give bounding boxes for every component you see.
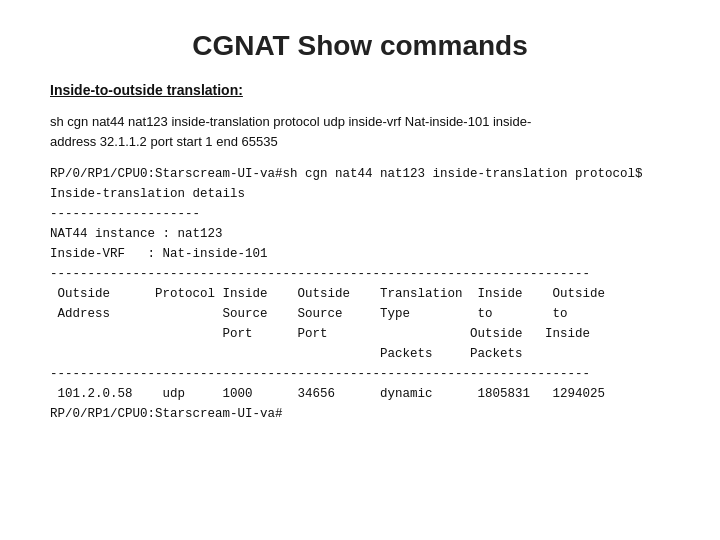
- command-description: sh cgn nat44 nat123 inside-translation p…: [50, 112, 670, 152]
- page-title: CGNAT Show commands: [50, 30, 670, 62]
- page: CGNAT Show commands Inside-to-outside tr…: [0, 0, 720, 540]
- terminal-output: RP/0/RP1/CPU0:Starscream-UI-va#sh cgn na…: [50, 164, 670, 424]
- section-header: Inside-to-outside translation:: [50, 82, 670, 98]
